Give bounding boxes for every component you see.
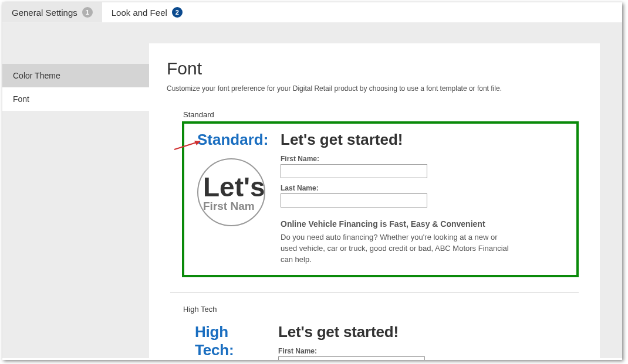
magnifier-preview: Let's First Nam: [197, 155, 274, 226]
template-name: Standard:: [197, 131, 268, 149]
tab-badge: 2: [172, 7, 183, 18]
sidebar-item-label: Font: [13, 94, 29, 104]
magnifier-big-text: Let's: [203, 174, 264, 200]
preview-headline: Let's get started!: [281, 131, 566, 149]
option-label-standard: Standard: [183, 110, 582, 119]
last-name-label: Last Name:: [281, 184, 566, 192]
tab-label: Look and Feel: [112, 8, 167, 18]
sidebar-item-font[interactable]: Font: [2, 87, 149, 111]
tabs-bar: General Settings 1 Look and Feel 2: [2, 2, 622, 23]
tab-general-settings[interactable]: General Settings 1: [2, 2, 102, 22]
page-subtitle: Customize your font preference for your …: [167, 84, 582, 93]
preview-bold-line: Online Vehicle Financing is Fast, Easy &…: [281, 219, 566, 229]
first-name-input[interactable]: [278, 356, 425, 360]
sidebar-item-label: Color Theme: [13, 71, 60, 80]
first-name-label: First Name:: [281, 155, 566, 163]
font-option-hightech[interactable]: High Tech: Let' Let's get started! First…: [182, 316, 579, 360]
tab-label: General Settings: [12, 8, 77, 18]
preview-headline: Let's get started!: [278, 323, 568, 341]
font-option-standard[interactable]: Standard: Let's First Nam Let's get star…: [182, 121, 579, 277]
magnifier-circle-icon: Let's First Nam: [197, 158, 265, 226]
preview-body: Let's get started! First Name: Last Name…: [278, 323, 568, 360]
option-label-hightech: High Tech: [183, 305, 582, 314]
preview-body: Let's get started! First Name: Last Name…: [281, 131, 566, 266]
last-name-input[interactable]: [281, 193, 427, 207]
page-title: Font: [167, 59, 582, 79]
sidebar-item-color-theme[interactable]: Color Theme: [2, 64, 149, 87]
content-panel: Font Customize your font preference for …: [149, 43, 600, 360]
sidebar: Color Theme Font: [2, 23, 149, 358]
first-name-label: First Name:: [278, 347, 568, 355]
tab-badge: 1: [82, 7, 93, 18]
template-name: High Tech:: [195, 323, 271, 359]
preview-paragraph: Do you need auto financing? Whether you'…: [281, 232, 515, 266]
option-divider: [170, 292, 579, 293]
tab-look-and-feel[interactable]: Look and Feel 2: [102, 2, 192, 22]
first-name-input[interactable]: [281, 164, 427, 178]
main-area: Color Theme Font Font Customize your fon…: [2, 23, 622, 358]
magnifier-small-text: First Nam: [203, 200, 264, 212]
